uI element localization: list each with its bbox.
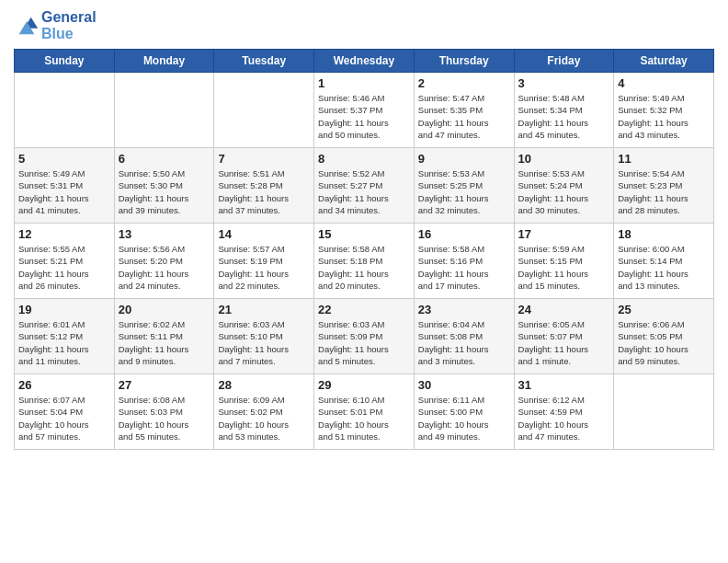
day-info: Sunrise: 5:58 AM Sunset: 5:16 PM Dayligh… xyxy=(418,243,510,292)
calendar-cell: 20Sunrise: 6:02 AM Sunset: 5:11 PM Dayli… xyxy=(114,299,214,374)
calendar-cell xyxy=(114,73,214,148)
day-info: Sunrise: 5:56 AM Sunset: 5:20 PM Dayligh… xyxy=(119,243,210,292)
day-number: 6 xyxy=(119,152,210,166)
day-number: 5 xyxy=(18,152,110,166)
calendar-cell: 9Sunrise: 5:53 AM Sunset: 5:25 PM Daylig… xyxy=(414,148,514,224)
weekday-header-tuesday: Tuesday xyxy=(214,50,314,73)
day-info: Sunrise: 6:02 AM Sunset: 5:11 PM Dayligh… xyxy=(119,318,210,367)
day-number: 11 xyxy=(618,152,710,166)
calendar-week-4: 19Sunrise: 6:01 AM Sunset: 5:12 PM Dayli… xyxy=(15,299,714,374)
day-info: Sunrise: 5:54 AM Sunset: 5:23 PM Dayligh… xyxy=(618,167,710,216)
day-info: Sunrise: 6:05 AM Sunset: 5:07 PM Dayligh… xyxy=(518,318,610,367)
weekday-header-sunday: Sunday xyxy=(15,50,115,73)
day-info: Sunrise: 6:01 AM Sunset: 5:12 PM Dayligh… xyxy=(18,318,110,367)
day-info: Sunrise: 6:10 AM Sunset: 5:01 PM Dayligh… xyxy=(318,394,410,442)
day-info: Sunrise: 5:52 AM Sunset: 5:27 PM Dayligh… xyxy=(318,167,410,216)
calendar-cell: 13Sunrise: 5:56 AM Sunset: 5:20 PM Dayli… xyxy=(114,224,214,299)
calendar-cell: 21Sunrise: 6:03 AM Sunset: 5:10 PM Dayli… xyxy=(214,299,314,374)
day-info: Sunrise: 5:51 AM Sunset: 5:28 PM Dayligh… xyxy=(218,167,310,216)
calendar-week-3: 12Sunrise: 5:55 AM Sunset: 5:21 PM Dayli… xyxy=(15,224,714,299)
calendar-cell: 19Sunrise: 6:01 AM Sunset: 5:12 PM Dayli… xyxy=(15,299,115,374)
day-info: Sunrise: 5:48 AM Sunset: 5:34 PM Dayligh… xyxy=(518,92,610,141)
day-number: 17 xyxy=(518,227,610,241)
day-number: 25 xyxy=(618,303,710,316)
calendar-cell xyxy=(15,73,115,148)
day-number: 30 xyxy=(418,378,510,392)
day-number: 20 xyxy=(119,303,210,316)
calendar-cell: 27Sunrise: 6:08 AM Sunset: 5:03 PM Dayli… xyxy=(114,374,214,450)
calendar-cell xyxy=(614,374,714,450)
day-info: Sunrise: 5:49 AM Sunset: 5:32 PM Dayligh… xyxy=(618,92,710,141)
day-number: 10 xyxy=(518,152,610,166)
calendar-cell: 3Sunrise: 5:48 AM Sunset: 5:34 PM Daylig… xyxy=(514,73,614,148)
day-number: 1 xyxy=(318,76,410,90)
weekday-header-saturday: Saturday xyxy=(614,50,714,73)
day-info: Sunrise: 6:07 AM Sunset: 5:04 PM Dayligh… xyxy=(18,394,110,442)
page-container: General Blue SundayMondayTuesdayWednesda… xyxy=(0,0,728,459)
day-info: Sunrise: 6:00 AM Sunset: 5:14 PM Dayligh… xyxy=(618,243,710,292)
calendar-week-2: 5Sunrise: 5:49 AM Sunset: 5:31 PM Daylig… xyxy=(15,148,714,224)
day-info: Sunrise: 6:12 AM Sunset: 4:59 PM Dayligh… xyxy=(518,394,610,442)
calendar-cell: 5Sunrise: 5:49 AM Sunset: 5:31 PM Daylig… xyxy=(15,148,115,224)
day-number: 28 xyxy=(218,378,310,392)
calendar-cell: 10Sunrise: 5:53 AM Sunset: 5:24 PM Dayli… xyxy=(514,148,614,224)
calendar-cell: 17Sunrise: 5:59 AM Sunset: 5:15 PM Dayli… xyxy=(514,224,614,299)
day-info: Sunrise: 6:11 AM Sunset: 5:00 PM Dayligh… xyxy=(418,394,510,442)
day-number: 23 xyxy=(418,303,510,316)
calendar-table: SundayMondayTuesdayWednesdayThursdayFrid… xyxy=(14,49,714,450)
weekday-header-thursday: Thursday xyxy=(414,50,514,73)
calendar-cell: 24Sunrise: 6:05 AM Sunset: 5:07 PM Dayli… xyxy=(514,299,614,374)
calendar-week-5: 26Sunrise: 6:07 AM Sunset: 5:04 PM Dayli… xyxy=(15,374,714,450)
calendar-cell: 22Sunrise: 6:03 AM Sunset: 5:09 PM Dayli… xyxy=(314,299,415,374)
calendar-cell: 31Sunrise: 6:12 AM Sunset: 4:59 PM Dayli… xyxy=(514,374,614,450)
calendar-cell: 11Sunrise: 5:54 AM Sunset: 5:23 PM Dayli… xyxy=(614,148,714,224)
day-info: Sunrise: 6:04 AM Sunset: 5:08 PM Dayligh… xyxy=(418,318,510,367)
day-number: 22 xyxy=(318,303,410,316)
weekday-header-row: SundayMondayTuesdayWednesdayThursdayFrid… xyxy=(15,50,714,73)
day-number: 3 xyxy=(518,76,610,90)
calendar-cell: 8Sunrise: 5:52 AM Sunset: 5:27 PM Daylig… xyxy=(314,148,415,224)
day-info: Sunrise: 5:49 AM Sunset: 5:31 PM Dayligh… xyxy=(18,167,110,216)
day-number: 26 xyxy=(18,378,110,392)
day-number: 12 xyxy=(18,227,110,241)
calendar-cell: 12Sunrise: 5:55 AM Sunset: 5:21 PM Dayli… xyxy=(15,224,115,299)
calendar-cell: 28Sunrise: 6:09 AM Sunset: 5:02 PM Dayli… xyxy=(214,374,314,450)
day-number: 13 xyxy=(119,227,210,241)
day-info: Sunrise: 6:03 AM Sunset: 5:09 PM Dayligh… xyxy=(318,318,410,367)
calendar-cell: 23Sunrise: 6:04 AM Sunset: 5:08 PM Dayli… xyxy=(414,299,514,374)
weekday-header-friday: Friday xyxy=(514,50,614,73)
logo-text: General Blue xyxy=(41,9,97,41)
day-number: 21 xyxy=(218,303,310,316)
weekday-header-wednesday: Wednesday xyxy=(314,50,415,73)
day-info: Sunrise: 5:58 AM Sunset: 5:18 PM Dayligh… xyxy=(318,243,410,292)
day-info: Sunrise: 5:59 AM Sunset: 5:15 PM Dayligh… xyxy=(518,243,610,292)
day-info: Sunrise: 5:47 AM Sunset: 5:35 PM Dayligh… xyxy=(418,92,510,141)
calendar-cell: 4Sunrise: 5:49 AM Sunset: 5:32 PM Daylig… xyxy=(614,73,714,148)
day-number: 2 xyxy=(418,76,510,90)
day-info: Sunrise: 5:55 AM Sunset: 5:21 PM Dayligh… xyxy=(18,243,110,292)
day-info: Sunrise: 6:06 AM Sunset: 5:05 PM Dayligh… xyxy=(618,318,710,367)
day-number: 16 xyxy=(418,227,510,241)
calendar-cell: 2Sunrise: 5:47 AM Sunset: 5:35 PM Daylig… xyxy=(414,73,514,148)
weekday-header-monday: Monday xyxy=(114,50,214,73)
day-info: Sunrise: 5:57 AM Sunset: 5:19 PM Dayligh… xyxy=(218,243,310,292)
day-info: Sunrise: 6:08 AM Sunset: 5:03 PM Dayligh… xyxy=(119,394,210,442)
calendar-cell: 16Sunrise: 5:58 AM Sunset: 5:16 PM Dayli… xyxy=(414,224,514,299)
calendar-cell: 6Sunrise: 5:50 AM Sunset: 5:30 PM Daylig… xyxy=(114,148,214,224)
calendar-cell: 15Sunrise: 5:58 AM Sunset: 5:18 PM Dayli… xyxy=(314,224,415,299)
day-number: 31 xyxy=(518,378,610,392)
day-number: 8 xyxy=(318,152,410,166)
day-info: Sunrise: 6:03 AM Sunset: 5:10 PM Dayligh… xyxy=(218,318,310,367)
calendar-week-1: 1Sunrise: 5:46 AM Sunset: 5:37 PM Daylig… xyxy=(15,73,714,148)
day-number: 18 xyxy=(618,227,710,241)
day-info: Sunrise: 6:09 AM Sunset: 5:02 PM Dayligh… xyxy=(218,394,310,442)
day-number: 4 xyxy=(618,76,710,90)
day-number: 24 xyxy=(518,303,610,316)
header: General Blue xyxy=(14,9,714,41)
calendar-cell: 1Sunrise: 5:46 AM Sunset: 5:37 PM Daylig… xyxy=(314,73,415,148)
calendar-cell: 26Sunrise: 6:07 AM Sunset: 5:04 PM Dayli… xyxy=(15,374,115,450)
day-number: 9 xyxy=(418,152,510,166)
calendar-cell: 30Sunrise: 6:11 AM Sunset: 5:00 PM Dayli… xyxy=(414,374,514,450)
logo-icon xyxy=(14,13,40,39)
day-info: Sunrise: 5:53 AM Sunset: 5:25 PM Dayligh… xyxy=(418,167,510,216)
